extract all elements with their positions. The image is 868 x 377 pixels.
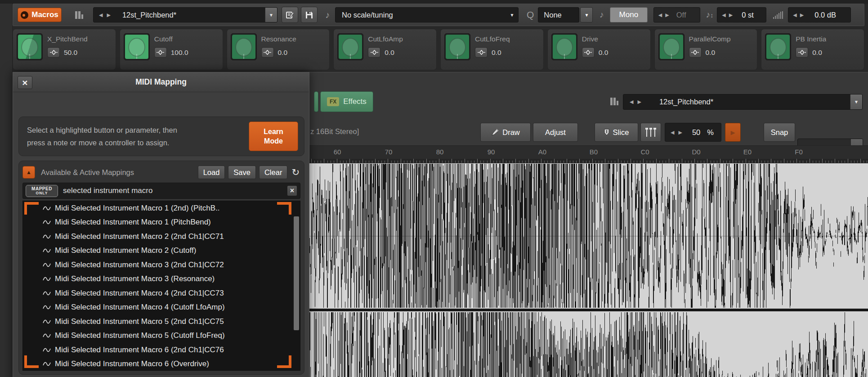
- midi-mapping-icon[interactable]: [689, 47, 702, 58]
- slice-dec-icon[interactable]: ◀: [671, 130, 674, 135]
- macro-group: X_PitchBend 50.0: [13, 29, 116, 70]
- instrument-prev-icon[interactable]: ◀: [630, 99, 633, 104]
- volume-dec-icon[interactable]: ◀: [793, 13, 796, 18]
- mapping-list-item[interactable]: Midi Selected Instrument Macro 2 (2nd Ch…: [23, 229, 300, 244]
- macro-knob[interactable]: [658, 33, 685, 60]
- mapping-list-item[interactable]: Midi Selected Instrument Macro 6 (Overdr…: [23, 357, 300, 371]
- ruler-label: B0: [590, 148, 598, 156]
- mapping-item-label: Midi Selected Instrument Macro 2 (2nd Ch…: [55, 232, 224, 241]
- macro-knob-fill: [553, 35, 576, 59]
- midi-mapping-icon[interactable]: [368, 47, 380, 58]
- macros-button[interactable]: Macros: [18, 8, 62, 22]
- adjust-button[interactable]: Adjust: [533, 123, 578, 142]
- mapping-list-item[interactable]: Midi Selected Instrument Macro 5 (Cutoff…: [23, 329, 300, 343]
- macro-value[interactable]: 0.0: [812, 49, 822, 57]
- midi-mapping-icon[interactable]: [475, 47, 488, 58]
- transpose-spinner[interactable]: ◀ ▶ 0 st: [717, 7, 766, 22]
- midi-mapping-icon[interactable]: [582, 47, 595, 58]
- volume-spinner[interactable]: ◀ ▶ 0.0 dB: [788, 7, 851, 22]
- macro-value[interactable]: 0.0: [706, 49, 716, 57]
- macro-value[interactable]: 0.0: [278, 49, 288, 57]
- mapping-list-item[interactable]: Midi Selected Instrument Macro 1 (PitchB…: [23, 215, 300, 230]
- mono-button[interactable]: Mono: [610, 7, 648, 22]
- macro-name-label: CutLfoAmp: [368, 35, 403, 43]
- macro-knob[interactable]: [231, 33, 257, 60]
- preset-prev-icon[interactable]: ◀: [99, 13, 103, 18]
- quantize-selector[interactable]: None: [538, 7, 579, 22]
- slice-sensitivity-spinner[interactable]: ◀ ▶ 50 %: [665, 123, 721, 142]
- mapping-search-field[interactable]: MAPPED ONLY selected instrument macro ×: [22, 183, 300, 199]
- mapping-list-item[interactable]: Midi Selected Instrument Macro 3 (2nd Ch…: [23, 258, 300, 272]
- snap-button[interactable]: Snap: [764, 123, 795, 142]
- preset-save-button[interactable]: [301, 7, 318, 23]
- macro-value[interactable]: 50.0: [64, 49, 77, 57]
- glide-inc-icon[interactable]: ▶: [665, 13, 669, 18]
- close-button[interactable]: ×: [18, 76, 32, 89]
- instrument-selector[interactable]: ◀ ▶ 12st_Pitchbend* ▼: [623, 94, 863, 110]
- macro-knob[interactable]: [551, 33, 577, 60]
- mapping-list-item[interactable]: Midi Selected Instrument Macro 4 (2nd Ch…: [23, 286, 300, 301]
- refresh-icon[interactable]: ↻: [291, 167, 300, 178]
- midi-mapping-icon[interactable]: [154, 47, 167, 58]
- scale-dropdown-arrow-icon[interactable]: ▼: [506, 8, 518, 22]
- transpose-inc-icon[interactable]: ▶: [729, 13, 733, 18]
- slice-button[interactable]: Slice: [595, 123, 638, 142]
- list-scrollbar[interactable]: [294, 216, 299, 330]
- midi-mapping-icon[interactable]: [261, 47, 274, 58]
- mapping-list-item[interactable]: Midi Selected Instrument Macro 1 (2nd) (…: [23, 201, 300, 215]
- dialog-titlebar[interactable]: × MIDI Mapping: [13, 72, 309, 92]
- macro-knob[interactable]: [765, 33, 791, 60]
- mapping-list-item[interactable]: Midi Selected Instrument Macro 2 (Cutoff…: [23, 244, 300, 258]
- instrument-next-icon[interactable]: ▶: [637, 99, 641, 104]
- macro-knob-fill: [660, 35, 683, 59]
- sample-ruler[interactable]: 60708090A0B0C0D0E0F0: [309, 145, 868, 159]
- slice-play-button[interactable]: ▶: [725, 123, 741, 142]
- mapping-list-item[interactable]: Midi Selected Instrument Macro 3 (Resona…: [23, 272, 300, 287]
- preset-edit-button[interactable]: [282, 7, 298, 23]
- mapping-list-item[interactable]: Midi Selected Instrument Macro 5 (2nd Ch…: [23, 314, 300, 329]
- macro-name-label: X_PitchBend: [47, 35, 88, 43]
- slice-markers-button[interactable]: [640, 123, 661, 142]
- macro-knob[interactable]: [444, 33, 470, 60]
- macro-group: CutLfoFreq 0.0: [440, 29, 544, 70]
- instrument-dropdown-arrow-icon[interactable]: ▼: [850, 94, 862, 109]
- instrument-toolbar: Macros ◀ ▶ 12st_Pitchbend* ▼ ♪ No scale/…: [13, 4, 864, 26]
- mapping-item-label: Midi Selected Instrument Macro 6 (Overdr…: [55, 359, 209, 368]
- scale-selector[interactable]: No scale/tuning ▼: [335, 7, 519, 22]
- macro-knob[interactable]: [17, 33, 43, 60]
- preset-selector[interactable]: ◀ ▶ 12st_Pitchbend* ▼: [93, 7, 277, 22]
- load-button[interactable]: Load: [198, 166, 225, 179]
- collapse-toggle-button[interactable]: ▲: [22, 166, 35, 179]
- load-button-label: Load: [203, 168, 220, 177]
- learn-mode-button[interactable]: Learn Mode: [249, 121, 298, 151]
- quantize-dropdown-arrow[interactable]: ▼: [580, 7, 593, 22]
- sine-wave-icon: [43, 206, 51, 211]
- search-clear-button[interactable]: ×: [287, 185, 297, 196]
- tab-partial[interactable]: [314, 91, 318, 112]
- save-button[interactable]: Save: [228, 166, 256, 179]
- midi-mapping-icon[interactable]: [47, 47, 60, 58]
- mapped-only-toggle[interactable]: MAPPED ONLY: [26, 185, 58, 197]
- macro-knob[interactable]: [124, 33, 150, 60]
- macro-value[interactable]: 0.0: [599, 49, 608, 57]
- waveform-display[interactable]: [309, 163, 868, 377]
- glide-amount-spinner[interactable]: ◀ ▶ Off: [653, 7, 700, 22]
- glide-dec-icon[interactable]: ◀: [658, 13, 662, 18]
- preset-dropdown-arrow-icon[interactable]: ▼: [265, 8, 277, 22]
- macro-value[interactable]: 0.0: [492, 49, 501, 57]
- search-input[interactable]: selected instrument macro: [63, 186, 287, 195]
- mapping-list-item[interactable]: Midi Selected Instrument Macro 6 (2nd Ch…: [23, 343, 300, 357]
- clear-button[interactable]: Clear: [259, 166, 287, 179]
- slice-lines-icon: [644, 128, 657, 137]
- volume-inc-icon[interactable]: ▶: [800, 13, 804, 18]
- slice-inc-icon[interactable]: ▶: [678, 130, 682, 135]
- tab-effects[interactable]: FX Effects: [320, 91, 373, 112]
- draw-button[interactable]: Draw: [480, 123, 531, 142]
- midi-mapping-icon[interactable]: [796, 47, 808, 58]
- preset-next-icon[interactable]: ▶: [107, 13, 110, 18]
- macro-value[interactable]: 0.0: [385, 49, 394, 57]
- transpose-dec-icon[interactable]: ◀: [722, 13, 725, 18]
- macro-knob[interactable]: [337, 33, 363, 60]
- mapping-list-item[interactable]: Midi Selected Instrument Macro 4 (Cutoff…: [23, 301, 300, 315]
- macro-value[interactable]: 100.0: [171, 49, 188, 57]
